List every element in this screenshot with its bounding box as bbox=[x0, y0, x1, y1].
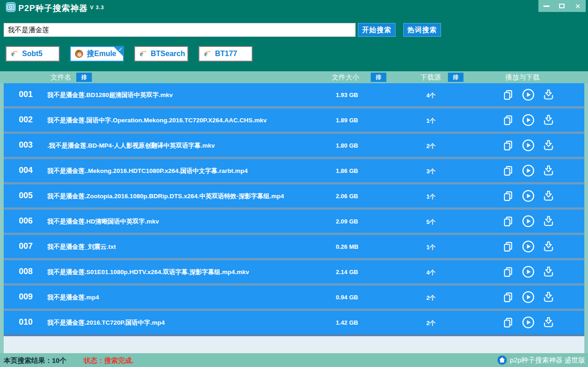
search-input[interactable] bbox=[4, 23, 356, 37]
result-row[interactable]: 003 .我不是潘金莲.BD-MP4-人人影视原创翻译中英双语字幕.mkv 1.… bbox=[4, 134, 584, 157]
download-button[interactable] bbox=[543, 291, 554, 303]
row-actions bbox=[503, 240, 554, 253]
source-count: 1个 bbox=[416, 117, 446, 125]
close-button[interactable]: ✕ bbox=[571, 1, 584, 11]
app-window: P2P种子搜索神器V 3.3 ✕ 开始搜索 热词搜索 e Sobt5 搜Emul… bbox=[0, 0, 588, 367]
engine-tab-label: BTSearch bbox=[151, 50, 185, 58]
play-button[interactable] bbox=[522, 215, 535, 228]
copy-icon bbox=[503, 266, 514, 278]
brand-label: p2p种子搜索神器 盛世版 bbox=[510, 356, 585, 365]
play-button[interactable] bbox=[522, 164, 535, 177]
result-row[interactable]: 002 我不是潘金莲.国语中字.Operation.Mekong.2016.TC… bbox=[4, 109, 584, 132]
row-number: 003 bbox=[16, 140, 36, 150]
play-button[interactable] bbox=[522, 139, 535, 152]
file-size: 2.14 GB bbox=[336, 269, 358, 275]
row-number: 004 bbox=[16, 166, 36, 175]
play-icon bbox=[522, 265, 535, 278]
column-filename-label: 文件名 bbox=[51, 73, 71, 82]
result-row[interactable]: 007 我不是潘金莲_刘震云.txt 0.26 MB 1个 bbox=[4, 235, 584, 258]
sort-filename-button[interactable]: 排 bbox=[76, 73, 92, 82]
sort-filesize-button[interactable]: 排 bbox=[371, 73, 386, 82]
row-number: 008 bbox=[16, 267, 36, 276]
ie-icon: e bbox=[139, 50, 147, 58]
file-size: 2.06 GB bbox=[336, 193, 358, 200]
engine-tab-label: BT177 bbox=[215, 50, 237, 58]
play-button[interactable] bbox=[522, 114, 535, 126]
download-button[interactable] bbox=[543, 241, 554, 252]
download-button[interactable] bbox=[543, 89, 554, 101]
minimize-icon bbox=[543, 6, 549, 7]
window-controls: ✕ bbox=[538, 0, 586, 12]
play-icon bbox=[522, 88, 535, 101]
home-icon bbox=[497, 355, 507, 365]
play-button[interactable] bbox=[522, 189, 535, 202]
result-row[interactable]: 008 我不是潘金莲.S01E01.1080p.HDTV.x264.双语字幕.深… bbox=[4, 260, 584, 283]
download-icon bbox=[543, 241, 554, 252]
maximize-button[interactable] bbox=[555, 1, 568, 11]
download-icon bbox=[543, 114, 554, 126]
download-button[interactable] bbox=[543, 190, 554, 202]
file-name: .我不是潘金莲.BD-MP4-人人影视原创翻译中英双语字幕.mkv bbox=[47, 142, 215, 150]
engine-tab-label: 搜Emule bbox=[87, 49, 116, 59]
play-button[interactable] bbox=[522, 265, 535, 278]
source-count: 4个 bbox=[416, 92, 446, 100]
app-title: P2P种子搜索神器V 3.3 bbox=[18, 3, 104, 14]
hotwords-search-button[interactable]: 热词搜索 bbox=[403, 23, 441, 37]
copy-icon bbox=[503, 140, 514, 151]
copy-button[interactable] bbox=[503, 89, 514, 101]
download-icon bbox=[543, 165, 554, 177]
copy-icon bbox=[503, 165, 514, 177]
copy-button[interactable] bbox=[503, 190, 514, 202]
copy-button[interactable] bbox=[503, 216, 514, 227]
copy-icon bbox=[503, 190, 514, 202]
engine-tab-btsearch[interactable]: e BTSearch bbox=[134, 46, 188, 62]
row-actions bbox=[503, 139, 554, 152]
copy-button[interactable] bbox=[503, 292, 514, 303]
download-icon bbox=[543, 316, 554, 328]
play-button[interactable] bbox=[522, 316, 535, 329]
play-button[interactable] bbox=[522, 291, 535, 304]
source-count: 2个 bbox=[416, 294, 446, 302]
row-number: 006 bbox=[16, 216, 36, 226]
download-icon bbox=[543, 266, 554, 278]
download-button[interactable] bbox=[543, 114, 554, 126]
copy-button[interactable] bbox=[503, 241, 514, 252]
file-size: 1.42 GB bbox=[336, 319, 358, 326]
file-name: 我不是潘金莲..Mekong.2016.HDTC1080P.x264.国语中文字… bbox=[47, 167, 248, 175]
file-name: 我不是潘金莲.mp4 bbox=[47, 293, 99, 302]
row-actions bbox=[503, 189, 554, 202]
result-row[interactable]: 006 我不是潘金莲.HD清晰国语中英双字.mkv 2.09 GB 5个 bbox=[4, 210, 584, 233]
download-button[interactable] bbox=[543, 316, 554, 328]
file-name: 我不是潘金莲.S01E01.1080p.HDTV.x264.双语字幕.深影字幕组… bbox=[47, 268, 249, 276]
copy-icon bbox=[503, 292, 514, 303]
engine-tab-sobt5[interactable]: e Sobt5 bbox=[6, 46, 60, 62]
result-row[interactable]: 004 我不是潘金莲..Mekong.2016.HDTC1080P.x264.国… bbox=[4, 159, 584, 182]
source-count: 1个 bbox=[416, 193, 446, 201]
download-button[interactable] bbox=[543, 139, 554, 151]
engine-tab-bt177[interactable]: e BT177 bbox=[198, 46, 253, 62]
result-row[interactable]: 005 我不是潘金莲.Zootopia.2016.1080p.BDRip.DTS… bbox=[4, 184, 584, 207]
file-name: 我不是潘金莲.国语中字.Operation.Mekong.2016.TC720P… bbox=[47, 116, 267, 125]
download-button[interactable] bbox=[543, 165, 554, 177]
result-row[interactable]: 001 我不是潘金莲.BD1280超清国语中英双字.mkv 1.93 GB 4个 bbox=[4, 83, 584, 106]
minimize-button[interactable] bbox=[540, 1, 553, 11]
download-icon bbox=[543, 190, 554, 202]
copy-button[interactable] bbox=[503, 165, 514, 177]
copy-button[interactable] bbox=[503, 266, 514, 278]
engine-tab-emule[interactable]: 搜Emule ✓ bbox=[70, 46, 124, 62]
copy-button[interactable] bbox=[503, 140, 514, 151]
start-search-button[interactable]: 开始搜索 bbox=[358, 23, 396, 37]
search-status-label: 状态：搜索完成. bbox=[84, 356, 134, 365]
play-button[interactable] bbox=[522, 240, 535, 253]
result-row[interactable]: 010 我不是潘金莲.2016.TC720P.国语中字.mp4 1.42 GB … bbox=[4, 311, 584, 334]
play-button[interactable] bbox=[522, 88, 535, 101]
ie-icon: e bbox=[11, 50, 18, 58]
copy-button[interactable] bbox=[503, 115, 514, 126]
result-row[interactable]: 009 我不是潘金莲.mp4 0.94 GB 2个 bbox=[4, 286, 584, 309]
download-button[interactable] bbox=[543, 215, 554, 227]
copy-button[interactable] bbox=[503, 317, 514, 328]
download-button[interactable] bbox=[543, 266, 554, 278]
file-size: 0.94 GB bbox=[336, 294, 358, 301]
file-size: 0.26 MB bbox=[336, 243, 358, 250]
sort-sources-button[interactable]: 排 bbox=[448, 73, 464, 82]
